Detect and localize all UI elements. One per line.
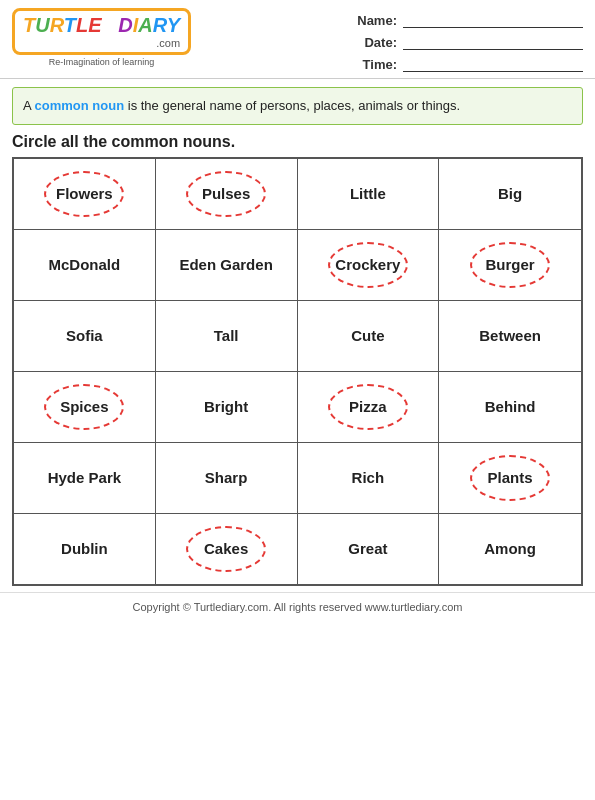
header: TURTLE DIARY .com Re-Imagination of lear… xyxy=(0,0,595,79)
cell-text-3-1: Bright xyxy=(204,398,248,415)
grid-cell-1-0: McDonald xyxy=(14,230,156,300)
cell-text-0-2: Little xyxy=(350,185,386,202)
info-box: A common noun is the general name of per… xyxy=(12,87,583,125)
grid-row-2: SofiaTallCuteBetween xyxy=(14,301,581,372)
cell-text-4-0: Hyde Park xyxy=(48,469,121,486)
logo-box: TURTLE DIARY .com xyxy=(12,8,191,55)
cell-text-2-0: Sofia xyxy=(66,327,103,344)
grid-cell-1-2: Crockery xyxy=(298,230,440,300)
grid-cell-5-3: Among xyxy=(439,514,581,584)
grid-row-5: DublinCakesGreatAmong xyxy=(14,514,581,584)
logo-area: TURTLE DIARY .com Re-Imagination of lear… xyxy=(12,8,191,67)
grid-row-0: FlowersPulsesLittleBig xyxy=(14,159,581,230)
grid-cell-0-1: Pulses xyxy=(156,159,298,229)
cell-text-3-3: Behind xyxy=(485,398,536,415)
grid-cell-2-1: Tall xyxy=(156,301,298,371)
cell-text-1-2: Crockery xyxy=(335,256,400,273)
grid-cell-4-0: Hyde Park xyxy=(14,443,156,513)
cell-text-5-2: Great xyxy=(348,540,387,557)
grid-cell-2-0: Sofia xyxy=(14,301,156,371)
grid-cell-3-2: Pizza xyxy=(298,372,440,442)
grid-cell-0-3: Big xyxy=(439,159,581,229)
grid-cell-5-0: Dublin xyxy=(14,514,156,584)
cell-text-4-2: Rich xyxy=(352,469,385,486)
name-label: Name: xyxy=(357,13,397,28)
grid-row-3: SpicesBrightPizzaBehind xyxy=(14,372,581,443)
grid-cell-2-3: Between xyxy=(439,301,581,371)
date-input[interactable] xyxy=(403,34,583,50)
cell-text-2-1: Tall xyxy=(214,327,239,344)
cell-text-5-1: Cakes xyxy=(204,540,248,557)
grid-cell-3-3: Behind xyxy=(439,372,581,442)
info-highlight: common noun xyxy=(35,98,125,113)
cell-text-5-0: Dublin xyxy=(61,540,108,557)
footer: Copyright © Turtlediary.com. All rights … xyxy=(0,592,595,621)
cell-text-2-3: Between xyxy=(479,327,541,344)
logo-com: .com xyxy=(23,37,180,49)
grid-cell-3-1: Bright xyxy=(156,372,298,442)
cell-text-2-2: Cute xyxy=(351,327,384,344)
cell-text-3-2: Pizza xyxy=(349,398,387,415)
logo-text: TURTLE DIARY xyxy=(23,14,180,37)
time-row: Time: xyxy=(357,56,583,72)
name-input[interactable] xyxy=(403,12,583,28)
grid-cell-4-3: Plants xyxy=(439,443,581,513)
cell-text-5-3: Among xyxy=(484,540,536,557)
time-label: Time: xyxy=(357,57,397,72)
cell-text-0-1: Pulses xyxy=(202,185,250,202)
grid-cell-1-3: Burger xyxy=(439,230,581,300)
info-suffix: is the general name of persons, places, … xyxy=(124,98,460,113)
grid-cell-0-2: Little xyxy=(298,159,440,229)
date-label: Date: xyxy=(357,35,397,50)
instruction: Circle all the common nouns. xyxy=(12,133,583,151)
logo-tagline: Re-Imagination of learning xyxy=(49,57,155,67)
cell-text-4-3: Plants xyxy=(488,469,533,486)
date-row: Date: xyxy=(357,34,583,50)
grid-cell-5-1: Cakes xyxy=(156,514,298,584)
info-prefix: A xyxy=(23,98,35,113)
cell-text-4-1: Sharp xyxy=(205,469,248,486)
grid-cell-5-2: Great xyxy=(298,514,440,584)
name-row: Name: xyxy=(357,12,583,28)
cell-text-1-3: Burger xyxy=(486,256,535,273)
grid-cell-4-2: Rich xyxy=(298,443,440,513)
grid-cell-2-2: Cute xyxy=(298,301,440,371)
cell-text-0-3: Big xyxy=(498,185,522,202)
cell-text-1-1: Eden Garden xyxy=(179,256,272,273)
grid-cell-0-0: Flowers xyxy=(14,159,156,229)
cell-text-1-0: McDonald xyxy=(49,256,121,273)
grid-cell-4-1: Sharp xyxy=(156,443,298,513)
grid-cell-1-1: Eden Garden xyxy=(156,230,298,300)
noun-grid: FlowersPulsesLittleBigMcDonaldEden Garde… xyxy=(12,157,583,586)
grid-cell-3-0: Spices xyxy=(14,372,156,442)
time-input[interactable] xyxy=(403,56,583,72)
grid-row-4: Hyde ParkSharpRichPlants xyxy=(14,443,581,514)
form-fields: Name: Date: Time: xyxy=(357,8,583,72)
cell-text-3-0: Spices xyxy=(60,398,108,415)
grid-row-1: McDonaldEden GardenCrockeryBurger xyxy=(14,230,581,301)
cell-text-0-0: Flowers xyxy=(56,185,113,202)
